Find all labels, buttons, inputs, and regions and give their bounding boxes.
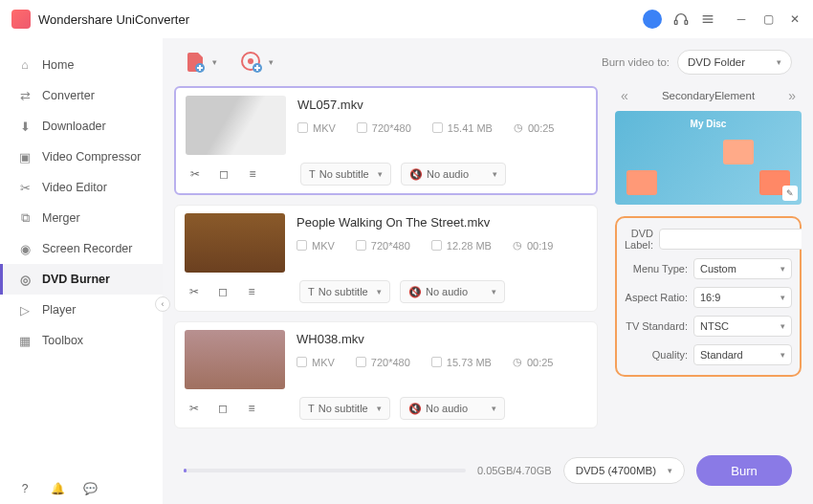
audio-select[interactable]: 🔇No audio▾ <box>400 397 505 420</box>
audio-select[interactable]: 🔇No audio▾ <box>400 280 505 303</box>
effects-button[interactable]: ≡ <box>242 282 261 301</box>
format-icon <box>297 357 307 367</box>
toolbar: ▾ ▾ Burn video to: DVD Folder ▾ <box>174 38 802 86</box>
file-title: WH038.mkv <box>297 332 587 346</box>
subtitle-select[interactable]: TNo subtitle▾ <box>299 280 390 303</box>
duration-icon: ◷ <box>513 239 522 252</box>
prev-template-button[interactable]: « <box>621 88 628 103</box>
trim-button[interactable]: ✂ <box>185 399 204 418</box>
file-format: MKV <box>312 357 335 368</box>
subtitle-select[interactable]: TNo subtitle▾ <box>299 397 390 420</box>
thumbnail[interactable] <box>186 96 286 155</box>
content-area: ▾ ▾ Burn video to: DVD Folder ▾ WL057.mk… <box>163 38 813 504</box>
quality-select[interactable]: Standard▾ <box>693 344 792 365</box>
effects-button[interactable]: ≡ <box>242 399 261 418</box>
size-icon <box>431 240 442 251</box>
file-format: MKV <box>312 240 335 252</box>
subtitle-select[interactable]: TNo subtitle▾ <box>300 163 391 186</box>
collapse-sidebar-button[interactable]: ‹ <box>155 296 170 312</box>
sidebar-item-label: Home <box>42 58 74 72</box>
file-card[interactable]: WH038.mkv MKV 720*480 15.73 MB ◷00:25 ✂ … <box>174 321 598 428</box>
sidebar-item-toolbox[interactable]: ▦Toolbox <box>0 325 163 356</box>
file-resolution: 720*480 <box>371 357 410 368</box>
disc-usage-label: 0.05GB/4.70GB <box>477 465 552 476</box>
add-file-button[interactable] <box>184 51 207 74</box>
headset-icon[interactable] <box>673 11 689 27</box>
close-button[interactable]: ✕ <box>788 12 802 26</box>
add-disc-button[interactable] <box>240 51 263 74</box>
edit-template-button[interactable]: ✎ <box>782 186 798 201</box>
trim-button[interactable]: ✂ <box>185 282 204 301</box>
file-card[interactable]: People Walking On The Street.mkv MKV 720… <box>174 205 598 312</box>
maximize-button[interactable]: ▢ <box>761 12 775 26</box>
file-duration: 00:25 <box>527 357 554 368</box>
sidebar-item-editor[interactable]: ✂Video Editor <box>0 172 163 203</box>
thumbnail[interactable] <box>185 330 285 389</box>
trim-button[interactable]: ✂ <box>186 164 205 184</box>
file-format: MKV <box>313 122 336 134</box>
file-size: 15.73 MB <box>447 357 492 368</box>
recorder-icon: ◉ <box>17 241 33 256</box>
sidebar-item-converter[interactable]: ⇄Converter <box>0 80 163 111</box>
sidebar-item-player[interactable]: ▷Player <box>0 295 163 325</box>
editor-icon: ✂ <box>17 180 33 195</box>
menu-icon[interactable] <box>700 11 715 27</box>
add-file-caret[interactable]: ▾ <box>212 57 217 67</box>
menu-type-select[interactable]: Custom▾ <box>693 258 792 279</box>
svg-rect-1 <box>685 20 688 24</box>
merger-icon: ⧉ <box>17 210 33 226</box>
sidebar-item-merger[interactable]: ⧉Merger <box>0 203 163 233</box>
size-icon <box>432 122 443 133</box>
chevron-down-icon: ▾ <box>777 57 781 67</box>
file-title: WL057.mkv <box>297 98 586 112</box>
sidebar-item-label: Converter <box>42 89 95 102</box>
burn-to-value: DVD Folder <box>688 56 745 68</box>
feedback-icon[interactable]: 💬 <box>82 481 98 496</box>
compressor-icon: ▣ <box>17 149 33 164</box>
duration-icon: ◷ <box>514 121 523 134</box>
aspect-ratio-select[interactable]: 16:9▾ <box>693 287 792 308</box>
subtitle-icon: T <box>308 403 315 414</box>
audio-icon: 🔇 <box>409 168 423 181</box>
format-icon <box>297 122 308 133</box>
add-disc-caret[interactable]: ▾ <box>269 57 274 67</box>
tv-standard-select[interactable]: NTSC▾ <box>693 316 792 337</box>
user-avatar[interactable] <box>643 10 662 29</box>
format-icon <box>297 240 307 251</box>
crop-button[interactable]: ◻ <box>213 282 232 301</box>
sidebar-item-home[interactable]: ⌂Home <box>0 50 163 80</box>
burn-button[interactable]: Burn <box>696 455 792 486</box>
subtitle-icon: T <box>308 286 315 297</box>
sidebar-item-label: Toolbox <box>42 334 83 347</box>
sidebar-item-dvd-burner[interactable]: ◎DVD Burner <box>0 264 163 295</box>
duration-icon: ◷ <box>513 356 522 368</box>
disc-type-select[interactable]: DVD5 (4700MB)▾ <box>563 457 685 484</box>
crop-button[interactable]: ◻ <box>213 399 232 418</box>
minimize-button[interactable]: ─ <box>735 12 748 26</box>
titlebar: Wondershare UniConverter ─ ▢ ✕ <box>0 0 813 38</box>
sidebar-item-downloader[interactable]: ⬇Downloader <box>0 111 163 142</box>
home-icon: ⌂ <box>17 57 33 73</box>
audio-icon: 🔇 <box>408 286 422 298</box>
file-card[interactable]: WL057.mkv MKV 720*480 15.41 MB ◷00:25 ✂ … <box>174 86 598 195</box>
sidebar-item-label: Player <box>42 303 76 317</box>
burn-to-select[interactable]: DVD Folder ▾ <box>677 50 792 75</box>
svg-point-7 <box>248 58 253 64</box>
toolbox-icon: ▦ <box>17 333 33 348</box>
template-preview[interactable]: ✎ <box>615 111 802 205</box>
dvd-label-input[interactable] <box>659 229 802 250</box>
audio-select[interactable]: 🔇No audio▾ <box>401 163 506 186</box>
dvd-burner-icon: ◎ <box>17 272 33 287</box>
sidebar-item-compressor[interactable]: ▣Video Compressor <box>0 142 163 172</box>
help-icon[interactable]: ? <box>17 481 33 496</box>
thumbnail[interactable] <box>185 213 285 273</box>
sidebar-item-recorder[interactable]: ◉Screen Recorder <box>0 233 163 264</box>
template-name: SecondaryElement <box>662 90 755 101</box>
next-template-button[interactable]: » <box>788 88 796 103</box>
aspect-ratio-label: Aspect Ratio: <box>625 292 688 303</box>
app-title: Wondershare UniConverter <box>38 12 643 27</box>
bell-icon[interactable]: 🔔 <box>50 481 65 496</box>
effects-button[interactable]: ≡ <box>243 164 262 184</box>
menu-type-label: Menu Type: <box>625 263 688 274</box>
crop-button[interactable]: ◻ <box>214 164 233 184</box>
